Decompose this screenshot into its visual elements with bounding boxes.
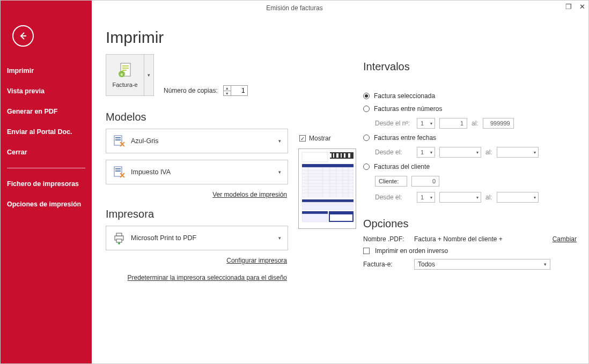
intervalos-heading: Intervalos: [363, 61, 577, 73]
radio-icon: [363, 106, 370, 112]
radio-label: Facturas del cliente: [374, 163, 430, 170]
svg-rect-25: [302, 164, 354, 167]
facturae-tile-dropdown[interactable]: ▾: [144, 54, 154, 96]
mostrar-checkbox[interactable]: ✓: [299, 135, 306, 142]
restore-icon[interactable]: ❐: [565, 3, 572, 11]
spinner-down-icon[interactable]: ▼: [224, 91, 231, 96]
svg-rect-13: [116, 233, 122, 236]
printer-label: Microsoft Print to PDF: [131, 234, 273, 242]
svg-rect-19: [330, 153, 332, 158]
desde-num-value[interactable]: 1: [439, 118, 467, 129]
sidebar-item-cerrar[interactable]: Cerrar: [1, 142, 92, 162]
mostrar-row[interactable]: ✓ Mostrar: [299, 135, 356, 142]
svg-rect-23: [344, 153, 345, 158]
window-title: Emisión de facturas: [266, 4, 322, 12]
svg-rect-11: [115, 170, 121, 172]
svg-rect-8: [115, 139, 121, 140]
svg-rect-43: [302, 211, 328, 214]
configurar-impresora-link[interactable]: Configurar impresora: [226, 257, 287, 264]
svg-rect-3: [122, 70, 127, 71]
desde-fecha-label: Desde el:: [375, 148, 413, 156]
hasta-cliente-value[interactable]: ▾: [497, 192, 539, 203]
svg-rect-20: [333, 153, 334, 158]
radio-label: Factura seleccionada: [374, 92, 435, 100]
radio-label: Facturas entre números: [374, 105, 442, 113]
pdf-name-label: Nombre .PDF:: [363, 235, 409, 243]
cliente-value[interactable]: 0: [411, 176, 439, 187]
model1-select[interactable]: Azul-Gris ▾: [106, 129, 288, 153]
radio-icon: [363, 164, 370, 170]
radio-factura-seleccionada[interactable]: Factura seleccionada: [363, 92, 577, 100]
cliente-fecha-fields: Desde el: 1▾ ▾ al: ▾: [363, 192, 577, 203]
desde-fecha-value[interactable]: ▾: [439, 147, 481, 158]
sidebar: Imprimir Vista previa Generar en PDF Env…: [1, 1, 92, 363]
svg-rect-26: [302, 167, 354, 197]
svg-rect-16: [302, 152, 328, 162]
facturae-filter-select[interactable]: Todos ▾: [414, 259, 550, 270]
right-column: Intervalos Factura seleccionada Facturas…: [358, 28, 577, 363]
copies-label: Número de copias:: [164, 87, 218, 94]
svg-point-15: [118, 242, 120, 244]
al-label: al:: [485, 148, 492, 156]
copies-input[interactable]: [231, 86, 247, 95]
ver-modelos-link[interactable]: Ver modelos de impresión: [212, 191, 287, 198]
chevron-down-icon: ▾: [278, 235, 281, 241]
printer-icon: [113, 232, 126, 244]
reverse-checkbox[interactable]: [363, 248, 370, 254]
desde-cliente-value[interactable]: ▾: [439, 192, 481, 203]
radio-cliente[interactable]: Facturas del cliente: [363, 163, 577, 170]
desde-num-series[interactable]: 1▾: [417, 118, 435, 129]
svg-rect-45: [330, 214, 352, 221]
pdf-name-value: Factura + Nombre del cliente +: [414, 235, 503, 243]
svg-rect-14: [116, 239, 122, 242]
reverse-order-row[interactable]: Imprimir en orden inverso: [363, 247, 577, 255]
sidebar-item-fichero-impresoras[interactable]: Fichero de impresoras: [1, 174, 92, 194]
cambiar-link[interactable]: Cambiar: [553, 235, 577, 243]
svg-rect-1: [122, 65, 129, 66]
entre-numeros-fields: Desde el nº: 1▾ 1 al: 999999: [363, 118, 577, 129]
action-tile-row: e Factura-e ▾ Número de copias: ▲ ▼: [106, 54, 347, 96]
hasta-num-value[interactable]: 999999: [483, 118, 514, 129]
preview-thumbnail[interactable]: [298, 148, 356, 229]
svg-rect-41: [302, 199, 354, 202]
back-button[interactable]: [12, 25, 34, 47]
copies-spinner[interactable]: ▲ ▼: [223, 85, 248, 96]
sidebar-item-enviar-portal[interactable]: Enviar al Portal Doc.: [1, 122, 92, 142]
reverse-label: Imprimir en orden inverso: [375, 247, 448, 255]
sidebar-item-generar-pdf[interactable]: Generar en PDF: [1, 101, 92, 122]
hasta-fecha-value[interactable]: ▾: [497, 147, 539, 158]
opciones-block: Opciones Nombre .PDF: Factura + Nombre d…: [363, 218, 577, 270]
radio-entre-fechas[interactable]: Facturas entre fechas: [363, 134, 577, 142]
facturae-filter-label: Factura-e:: [363, 261, 409, 268]
document-icon: [113, 166, 126, 179]
chevron-down-icon: ▾: [544, 262, 547, 267]
sidebar-item-opciones-impresion[interactable]: Opciones de impresión: [1, 194, 92, 214]
al-label: al:: [485, 194, 492, 201]
facturae-row: Factura-e: Todos ▾: [363, 259, 577, 270]
radio-icon: [363, 93, 370, 99]
radio-label: Facturas entre fechas: [374, 134, 436, 142]
model2-select[interactable]: Impuesto IVA ▾: [106, 160, 288, 184]
chevron-down-icon: ▾: [278, 138, 281, 144]
svg-rect-2: [122, 68, 129, 69]
spinner-up-icon[interactable]: ▲: [224, 86, 231, 91]
desde-fecha-series[interactable]: 1▾: [417, 147, 435, 158]
facturae-tile[interactable]: e Factura-e: [106, 54, 144, 96]
sidebar-separator: [7, 168, 85, 168]
document-icon: [113, 135, 126, 147]
page-title: Imprimir: [106, 28, 347, 47]
cliente-button[interactable]: Cliente:: [375, 176, 407, 187]
desde-cliente-series[interactable]: 1▾: [417, 192, 435, 203]
modelos-heading: Modelos: [106, 111, 347, 123]
predeterminar-impresora-link[interactable]: Predeterminar la impresora seleccionada …: [128, 274, 288, 281]
close-icon[interactable]: ✕: [579, 3, 585, 11]
radio-entre-numeros[interactable]: Facturas entre números: [363, 105, 577, 113]
model1-label: Azul-Gris: [131, 137, 273, 145]
entre-fechas-fields: Desde el: 1▾ ▾ al: ▾: [363, 147, 577, 158]
sidebar-item-vista-previa[interactable]: Vista previa: [1, 81, 92, 101]
copies-control: Número de copias: ▲ ▼: [164, 85, 248, 96]
printer-select[interactable]: Microsoft Print to PDF ▾: [106, 226, 288, 250]
desde-cliente-label: Desde el:: [375, 194, 413, 201]
sidebar-item-imprimir[interactable]: Imprimir: [1, 61, 92, 81]
model2-label: Impuesto IVA: [131, 168, 273, 176]
